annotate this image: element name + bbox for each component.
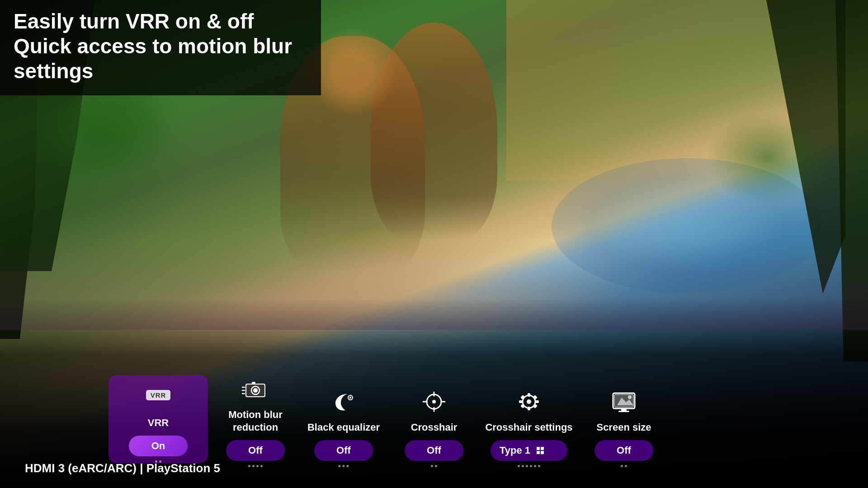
menu-item-vrr[interactable]: VRR VRR On	[108, 375, 208, 464]
svg-rect-21	[519, 400, 523, 403]
svg-rect-20	[528, 407, 530, 410]
motion-blur-status-button[interactable]: Off	[226, 440, 285, 461]
type1-label: Type 1	[500, 445, 530, 456]
svg-rect-19	[528, 393, 530, 397]
menu-item-crosshair[interactable]: Crosshair Off	[389, 389, 479, 461]
crosshair-status-button[interactable]: Off	[405, 440, 463, 461]
screen-size-status-button[interactable]: Off	[594, 440, 653, 461]
screen-size-label: Screen size	[596, 421, 651, 434]
screen-size-icon	[608, 389, 640, 416]
svg-rect-22	[535, 400, 539, 403]
svg-point-31	[628, 395, 632, 399]
svg-rect-26	[533, 404, 538, 408]
motion-blur-icon	[240, 376, 271, 403]
svg-point-3	[253, 388, 258, 393]
svg-point-12	[432, 400, 436, 404]
svg-rect-32	[621, 408, 627, 411]
svg-rect-33	[618, 411, 629, 412]
crosshair-label: Crosshair	[411, 421, 458, 434]
banner-line1: Easily turn VRR on & off	[14, 9, 307, 34]
svg-point-10	[349, 397, 351, 399]
menu-item-crosshair-settings[interactable]: Crosshair settings Type 1	[479, 389, 579, 461]
source-label: HDMI 3 (eARC/ARC) | PlayStation 5	[25, 461, 220, 475]
vrr-status-button[interactable]: On	[129, 436, 188, 456]
vrr-badge: VRR	[146, 390, 171, 400]
black-equalizer-status-button[interactable]: Off	[314, 440, 373, 461]
crosshair-icon	[418, 389, 450, 416]
crosshair-settings-icon	[513, 389, 545, 416]
grid-icon	[537, 447, 544, 454]
banner-line2: Quick access to motion blur settings	[14, 34, 307, 84]
svg-rect-25	[520, 404, 525, 408]
crosshair-settings-label: Crosshair settings	[485, 421, 572, 434]
black-equalizer-label: Black equalizer	[307, 421, 380, 434]
vrr-label: VRR	[148, 417, 169, 429]
svg-rect-24	[533, 395, 538, 399]
svg-rect-4	[252, 382, 255, 384]
bottom-bar: VRR VRR On	[0, 298, 868, 488]
source-info: HDMI 3 (eARC/ARC) | PlayStation 5	[25, 461, 220, 475]
black-equalizer-icon	[328, 389, 359, 416]
svg-rect-23	[520, 395, 525, 399]
menu-item-black-equalizer[interactable]: Black equalizer Off	[298, 389, 389, 461]
menu-item-screen-size[interactable]: Screen size Off	[579, 389, 669, 461]
crosshair-settings-status-button[interactable]: Type 1	[491, 440, 567, 461]
vrr-icon-area: VRR	[142, 384, 174, 411]
top-banner: Easily turn VRR on & off Quick access to…	[0, 0, 321, 95]
motion-blur-label: Motion blurreduction	[228, 408, 283, 433]
svg-point-18	[527, 399, 531, 404]
menu-item-motion-blur[interactable]: Motion blurreduction Off	[208, 376, 298, 461]
